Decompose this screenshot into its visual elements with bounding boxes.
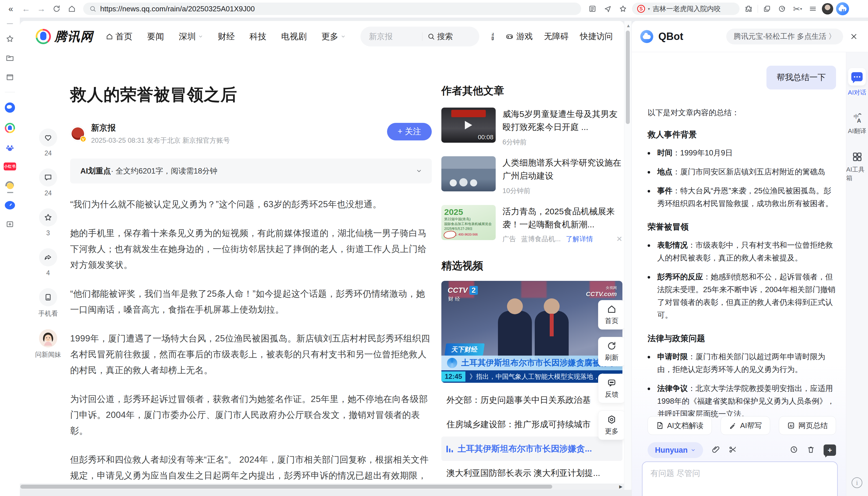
- site-logo[interactable]: 腾讯网: [36, 28, 93, 45]
- favorite-action[interactable]: 3: [39, 208, 57, 237]
- ad-title[interactable]: 活力青岛，2025食品机械展来袭！一起嗨翻食机新潮...: [502, 205, 623, 231]
- quick-access-link[interactable]: 快捷访问: [580, 31, 613, 42]
- reader-mode-icon[interactable]: [586, 2, 599, 15]
- send-to-device-icon[interactable]: [601, 2, 614, 15]
- nav-finance[interactable]: 财经: [218, 31, 235, 43]
- url-bar[interactable]: https://news.qq.com/rain/a/20250325A01X9…: [83, 2, 581, 15]
- ai-highlight-bar[interactable]: AI划重点 · 全文约6201字，阅读需18分钟: [70, 158, 432, 184]
- history-icon[interactable]: [790, 445, 798, 455]
- playlist-item-active[interactable]: 土耳其伊斯坦布尔市市长因涉嫌贪...: [441, 436, 623, 461]
- item-title[interactable]: 威海5岁男童疑遭生母及其男友殴打致死案今日开庭 ...: [502, 108, 623, 134]
- workspace-icon[interactable]: [5, 73, 14, 82]
- nav-home[interactable]: 首页: [106, 31, 132, 43]
- nav-more[interactable]: 更多: [321, 31, 346, 43]
- site-search-input[interactable]: [369, 32, 417, 41]
- info-icon[interactable]: i: [852, 477, 862, 488]
- qbot-input[interactable]: [650, 469, 829, 478]
- float-home-button[interactable]: 首页: [598, 300, 624, 329]
- screenshot-ask-icon[interactable]: [728, 445, 737, 455]
- author-name[interactable]: 新京报: [91, 122, 230, 134]
- comment-icon[interactable]: [39, 168, 57, 187]
- qq-app-icon[interactable]: [5, 103, 15, 113]
- folder-icon[interactable]: [5, 53, 14, 63]
- client-download[interactable]: 客户端: [492, 31, 494, 42]
- ai-write-button[interactable]: AI帮写: [721, 416, 770, 435]
- bookmark-star-icon[interactable]: [617, 2, 629, 15]
- tencent-news-app-icon[interactable]: [5, 123, 15, 133]
- history-icon[interactable]: [776, 2, 788, 15]
- float-refresh-button[interactable]: 刷新: [598, 337, 624, 366]
- mobile-view-action[interactable]: 手机看: [38, 288, 58, 318]
- nav-city[interactable]: 深圳: [179, 31, 203, 43]
- share-action[interactable]: 4: [39, 248, 57, 277]
- tab-ai-chat[interactable]: AI对话: [848, 68, 866, 97]
- clock-app-icon[interactable]: [5, 201, 15, 210]
- author-avatar[interactable]: V: [70, 126, 85, 141]
- tab-ai-toolbox[interactable]: AI工具箱: [846, 151, 868, 182]
- video-thumbnail[interactable]: 00:08: [441, 108, 496, 143]
- profile-avatar[interactable]: [822, 3, 833, 14]
- chevron-down-icon[interactable]: [416, 168, 422, 174]
- author-article-item[interactable]: 00:08 威海5岁男童疑遭生母及其男友殴打致死案今日开庭 ... 6分钟前: [441, 108, 623, 146]
- like-action[interactable]: 24: [39, 128, 57, 157]
- podcast-app-icon[interactable]: [5, 181, 15, 191]
- star-icon[interactable]: [39, 208, 57, 227]
- nav-headlines[interactable]: 要闻: [147, 31, 164, 43]
- games-link[interactable]: 游戏: [505, 31, 533, 42]
- float-more-button[interactable]: 更多: [598, 410, 624, 440]
- vscroll-thumb[interactable]: [626, 31, 630, 124]
- scroll-right-arrow[interactable]: ▶: [619, 484, 623, 489]
- xiaohongshu-app-icon[interactable]: 小红书: [4, 162, 16, 170]
- horizontal-scrollbar[interactable]: ▶: [20, 483, 624, 490]
- comment-action[interactable]: 24: [39, 168, 57, 197]
- nav-tech[interactable]: 科技: [250, 31, 267, 43]
- hscroll-thumb[interactable]: [20, 485, 552, 489]
- site-search[interactable]: 搜索: [360, 27, 479, 46]
- baidu-app-icon[interactable]: [5, 143, 14, 152]
- model-selector[interactable]: Hunyuan: [648, 442, 703, 458]
- browser-logo-icon[interactable]: [836, 2, 849, 15]
- screenshot-scissors-icon[interactable]: ✂▾: [791, 2, 804, 15]
- nav-tv[interactable]: 电视剧: [281, 31, 307, 43]
- rail-collapse-handle[interactable]: [7, 23, 13, 24]
- playlist-item[interactable]: 澳大利亚国防部长表示 澳大利亚计划提...: [441, 461, 623, 485]
- forward-icon[interactable]: →: [35, 2, 48, 15]
- ad-thumbnail[interactable]: 2025 第22届中国(青岛) 国际食品加工和包装机械展览会 2025年5月27…: [441, 205, 496, 240]
- accessibility-link[interactable]: 无障碍: [544, 31, 569, 42]
- back-icon[interactable]: ←: [20, 2, 32, 15]
- item-title[interactable]: 人类细胞谱系大科学研究设施在广州启动建设: [502, 156, 623, 182]
- follow-button[interactable]: + 关注: [387, 123, 432, 140]
- save-note-icon[interactable]: +: [824, 445, 836, 456]
- qbot-input-box[interactable]: 深度思考 联网搜索: [642, 462, 838, 496]
- close-icon[interactable]: [848, 31, 859, 42]
- tab-ai-translate[interactable]: 中A AI翻译: [848, 113, 866, 135]
- ai-doc-reader-button[interactable]: AI文档解读: [648, 416, 712, 435]
- search-button[interactable]: 搜索: [428, 31, 453, 42]
- ad-item[interactable]: 2025 第22届中国(青岛) 国际食品加工和包装机械展览会 2025年5月27…: [441, 205, 623, 244]
- news-assistant[interactable]: 问新闻妹: [35, 329, 61, 359]
- video-player[interactable]: CCTV2 财经 央视网CCTV.com 天下财经 土耳其伊斯坦布尔市市长因涉嫌…: [441, 281, 623, 383]
- share-icon[interactable]: [39, 248, 57, 266]
- reload-icon[interactable]: [50, 2, 63, 15]
- playlist-item[interactable]: 外交部：历史问题事关中日关系政治基: [441, 388, 623, 412]
- sidebar-collapse-icon[interactable]: «: [4, 2, 17, 15]
- float-feedback-button[interactable]: 反馈: [598, 374, 624, 403]
- ad-close-icon[interactable]: ✕: [616, 235, 623, 244]
- add-app-icon[interactable]: [5, 220, 14, 229]
- playlist-item[interactable]: 住房城乡建设部：推广形成可持续城市: [441, 412, 623, 436]
- heart-icon[interactable]: [39, 128, 57, 146]
- delete-icon[interactable]: [807, 445, 815, 455]
- phone-icon[interactable]: [39, 288, 57, 306]
- home-icon[interactable]: [66, 2, 78, 15]
- article-thumbnail[interactable]: [441, 156, 496, 191]
- menu-icon[interactable]: [807, 2, 819, 15]
- web-summary-button[interactable]: AI网页总结: [779, 416, 836, 435]
- assistant-avatar[interactable]: [39, 329, 57, 347]
- favorites-star-icon[interactable]: [5, 34, 14, 43]
- tab-group-icon[interactable]: [761, 2, 773, 15]
- search-suggestion-pill[interactable]: S ▾ 吉林一老虎闯入院内咬: [632, 2, 740, 15]
- scroll-up-arrow[interactable]: ▲: [626, 23, 631, 28]
- extensions-icon[interactable]: [742, 2, 755, 15]
- qbot-promo-pill[interactable]: 腾讯元宝-轻松工作 多点生活 〉: [726, 29, 843, 44]
- vertical-scrollbar[interactable]: ▲: [624, 21, 631, 490]
